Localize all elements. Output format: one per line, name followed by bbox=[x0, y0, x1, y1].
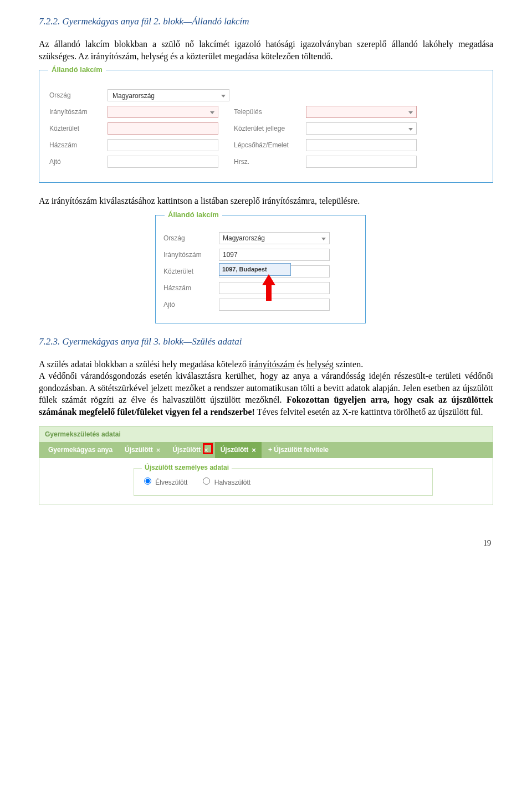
tab-label: Újszülött bbox=[172, 445, 201, 454]
fieldset-legend: Állandó lakcím bbox=[48, 65, 106, 75]
label-houseno: Házszám bbox=[49, 141, 108, 150]
svg-marker-0 bbox=[262, 274, 275, 301]
radio-liveborn-input[interactable] bbox=[144, 477, 151, 485]
t: és bbox=[295, 359, 306, 369]
country-select[interactable]: Magyarország bbox=[108, 89, 229, 101]
label-zip: Irányítószám bbox=[49, 107, 108, 116]
label-door-2: Ajtó bbox=[163, 300, 219, 309]
label-floor: Lépcsőház/Emelet bbox=[234, 141, 306, 150]
tab-newborn-3[interactable]: Újszülött × bbox=[215, 442, 262, 459]
close-icon[interactable]: × bbox=[204, 445, 208, 455]
radio-stillborn-input[interactable] bbox=[203, 477, 210, 485]
label-zip-2: Irányítószám bbox=[163, 250, 219, 259]
page-number: 19 bbox=[39, 538, 493, 549]
label-country-2: Ország bbox=[163, 234, 219, 243]
label-hrsz: Hrsz. bbox=[234, 157, 306, 166]
para-722: Az állandó lakcím blokkban a szülő nő la… bbox=[39, 38, 493, 62]
form-screenshot-address-full: Állandó lakcím Ország Magyarország Irány… bbox=[39, 70, 493, 183]
label-street: Közterület bbox=[49, 124, 108, 133]
street-input[interactable] bbox=[108, 122, 218, 135]
country-select-2[interactable]: Magyarország bbox=[219, 232, 330, 244]
radio-stillborn[interactable]: Halvaszülött bbox=[203, 477, 250, 487]
zip-input[interactable] bbox=[108, 106, 218, 118]
autocomplete-suggestion[interactable]: 1097, Budapest bbox=[219, 263, 291, 276]
callout-arrow-icon bbox=[261, 274, 277, 301]
t: A szülés adatai blokkban a szülési hely … bbox=[39, 359, 249, 369]
newborn-personal-fieldset: Újszülött személyes adatai Élveszülött H… bbox=[134, 468, 433, 495]
fieldset-legend-newborn: Újszülött személyes adatai bbox=[142, 463, 232, 472]
zip-input-2[interactable]: 1097 bbox=[219, 249, 330, 261]
tab-label: Újszülött bbox=[125, 445, 153, 454]
label-city: Település bbox=[234, 107, 306, 116]
houseno-input[interactable] bbox=[108, 139, 218, 151]
form-screenshot-address-suggest: Állandó lakcím Ország Magyarország Irány… bbox=[155, 215, 366, 323]
fieldset-legend-2: Állandó lakcím bbox=[165, 210, 222, 220]
t: irányítószám bbox=[249, 359, 295, 369]
tab-panel-body: Újszülött személyes adatai Élveszülött H… bbox=[39, 458, 493, 504]
tab-label: + Újszülött felvitele bbox=[268, 445, 329, 454]
tab-add-newborn[interactable]: + Újszülött felvitele bbox=[263, 442, 334, 459]
label-country: Ország bbox=[49, 91, 108, 100]
door-input[interactable] bbox=[108, 156, 218, 168]
radio-label: Élveszülött bbox=[155, 479, 187, 486]
label-street-type: Közterület jellege bbox=[234, 124, 306, 133]
section-heading-723: 7.2.3. Gyermekágyas anya fül 3. blokk—Sz… bbox=[39, 336, 493, 348]
floor-input[interactable] bbox=[306, 139, 417, 151]
hrsz-input[interactable] bbox=[306, 156, 417, 168]
street-type-select[interactable] bbox=[306, 122, 417, 135]
t: szinten. bbox=[334, 359, 363, 369]
tab-label: Gyermekágyas anya bbox=[48, 445, 112, 454]
tab-newborn-2[interactable]: Újszülött × bbox=[167, 442, 213, 459]
label-door: Ajtó bbox=[49, 157, 108, 166]
tab-mother[interactable]: Gyermekágyas anya bbox=[43, 442, 118, 459]
label-houseno-2: Házszám bbox=[163, 284, 219, 292]
city-input[interactable] bbox=[306, 106, 417, 118]
tab-label: Újszülött bbox=[221, 445, 249, 454]
radio-liveborn[interactable]: Élveszülött bbox=[144, 477, 187, 487]
panel-title: Gyermekszületés adatai bbox=[39, 426, 493, 442]
para-mid: Az irányítószám kiválasztásához kattints… bbox=[39, 195, 493, 207]
close-icon[interactable]: × bbox=[156, 445, 161, 455]
tab-bar: Gyermekágyas anya Újszülött × Újszülött … bbox=[39, 442, 493, 459]
tab-newborn-1[interactable]: Újszülött × bbox=[119, 442, 166, 459]
radio-label: Halvaszülött bbox=[214, 479, 250, 486]
t: helység bbox=[306, 359, 334, 369]
t: Téves felvitel esetén az X-re kattintva … bbox=[255, 407, 483, 417]
section-heading-722: 7.2.2. Gyermekágyas anya fül 2. blokk—Ál… bbox=[39, 16, 493, 28]
close-icon[interactable]: × bbox=[252, 445, 256, 455]
label-street-2: Közterület bbox=[163, 267, 219, 276]
para-723: A szülés adatai blokkban a szülési hely … bbox=[39, 358, 493, 418]
tabs-screenshot: Gyermekszületés adatai Gyermekágyas anya… bbox=[39, 426, 493, 505]
